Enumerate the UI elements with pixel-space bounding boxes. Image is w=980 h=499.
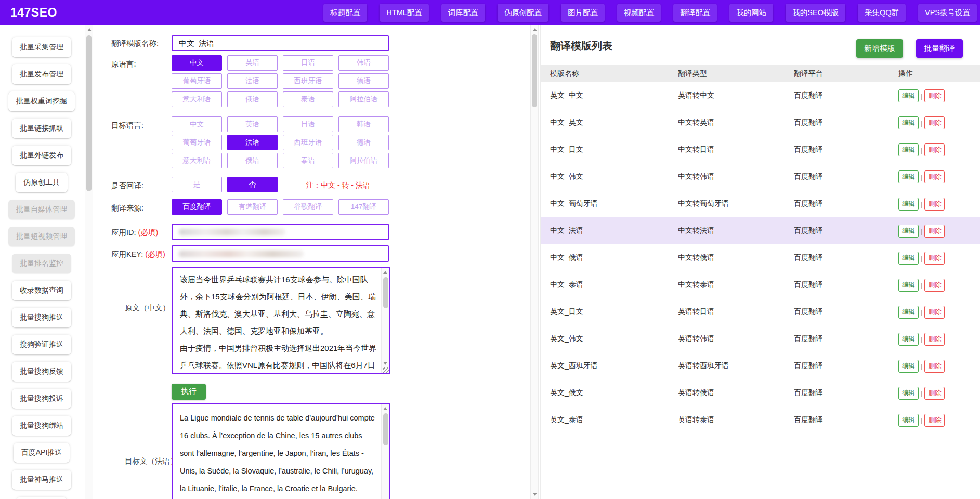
table-row[interactable]: 中文_英文 中文转英语 百度翻译 编辑 | 删除 xyxy=(541,109,980,136)
edit-button[interactable]: 编辑 xyxy=(898,387,919,400)
source-language-option[interactable]: 俄语 xyxy=(227,91,278,107)
target-language-option[interactable]: 日语 xyxy=(283,116,333,132)
sidebar-button[interactable]: 批量神马推送 xyxy=(12,470,71,490)
delete-button[interactable]: 删除 xyxy=(924,170,945,183)
delete-button[interactable]: 删除 xyxy=(924,252,945,265)
edit-button[interactable]: 编辑 xyxy=(898,333,919,346)
sidebar-button[interactable]: 批量搜狗投诉 xyxy=(12,389,71,409)
nav-item[interactable]: 伪原创配置 xyxy=(498,4,549,22)
template-name-input[interactable]: 中文_法语 xyxy=(172,35,389,51)
target-language-option[interactable]: 意大利语 xyxy=(172,153,222,168)
translate-source-option[interactable]: 147翻译 xyxy=(338,199,389,215)
table-row[interactable]: 英文_泰语 英语转泰语 百度翻译 编辑 | 删除 xyxy=(541,406,980,434)
nav-item[interactable]: 我的网站 xyxy=(729,4,773,22)
form-panel-scrollbar[interactable] xyxy=(530,25,539,499)
source-language-option[interactable]: 阿拉伯语 xyxy=(338,91,389,107)
nav-item[interactable]: 图片配置 xyxy=(561,4,605,22)
edit-button[interactable]: 编辑 xyxy=(898,116,919,129)
table-row[interactable]: 中文_韩文 中文转韩语 百度翻译 编辑 | 删除 xyxy=(541,163,980,190)
table-row[interactable]: 中文_法语 中文转法语 百度翻译 编辑 | 删除 xyxy=(541,217,980,244)
target-language-option[interactable]: 西班牙语 xyxy=(283,135,333,150)
sidebar-button[interactable]: 批量搜狗推送 xyxy=(12,308,71,327)
sidebar-button[interactable]: 批量采集管理 xyxy=(12,37,71,57)
scroll-down-icon[interactable] xyxy=(533,493,537,496)
edit-button[interactable]: 编辑 xyxy=(898,170,919,183)
nav-item[interactable]: 我的SEO模版 xyxy=(786,4,845,22)
delete-button[interactable]: 删除 xyxy=(924,360,945,373)
back-translate-option[interactable]: 是 xyxy=(172,177,222,192)
sidebar-button[interactable]: 百度API推送 xyxy=(14,443,70,463)
sidebar-button[interactable]: 收录数据查询 xyxy=(12,281,71,300)
sidebar-button[interactable]: 搜狗验证推送 xyxy=(12,335,71,354)
delete-button[interactable]: 删除 xyxy=(924,306,945,319)
edit-button[interactable]: 编辑 xyxy=(898,198,919,211)
form-scrollbar-thumb[interactable] xyxy=(532,34,537,107)
app-key-input[interactable] xyxy=(172,245,389,262)
sidebar-button[interactable]: 伪原创工具 xyxy=(16,173,68,192)
source-language-option[interactable]: 泰语 xyxy=(283,91,333,107)
scroll-up-icon[interactable] xyxy=(533,28,537,31)
nav-item[interactable]: 翻译配置 xyxy=(673,4,717,22)
sidebar-button[interactable]: 批量搜狗绑站 xyxy=(12,416,71,436)
target-language-option[interactable]: 泰语 xyxy=(283,153,333,168)
table-row[interactable]: 英文_日文 英语转日语 百度翻译 编辑 | 删除 xyxy=(541,298,980,325)
scroll-up-icon[interactable] xyxy=(383,271,387,274)
delete-button[interactable]: 删除 xyxy=(924,116,945,129)
source-language-option[interactable]: 意大利语 xyxy=(172,91,222,107)
edit-button[interactable]: 编辑 xyxy=(898,306,919,319)
target-language-option[interactable]: 韩语 xyxy=(338,116,389,132)
target-language-option[interactable]: 中文 xyxy=(172,116,222,132)
edit-button[interactable]: 编辑 xyxy=(898,279,919,292)
edit-button[interactable]: 编辑 xyxy=(898,225,919,238)
sidebar-button[interactable]: 批量发布管理 xyxy=(12,64,71,84)
source-language-option[interactable]: 日语 xyxy=(283,55,333,71)
target-language-option[interactable]: 英语 xyxy=(227,116,278,132)
original-text-scrollbar[interactable] xyxy=(381,268,389,373)
sidebar-button[interactable]: 批量链接抓取 xyxy=(12,119,71,138)
nav-item[interactable]: HTML配置 xyxy=(380,4,428,22)
delete-button[interactable]: 删除 xyxy=(924,387,945,400)
sidebar-button[interactable]: 批量外链发布 xyxy=(12,146,71,165)
sidebar-button[interactable]: 批量短视频管理 xyxy=(8,227,75,246)
source-language-option[interactable]: 韩语 xyxy=(338,55,389,71)
source-language-option[interactable]: 西班牙语 xyxy=(283,73,333,89)
table-row[interactable]: 英文_西班牙语 英语转西班牙语 百度翻译 编辑 | 删除 xyxy=(541,352,980,379)
delete-button[interactable]: 删除 xyxy=(924,198,945,211)
add-template-button[interactable]: 新增模版 xyxy=(856,39,903,58)
scroll-down-icon[interactable] xyxy=(383,362,387,365)
edit-button[interactable]: 编辑 xyxy=(898,414,919,427)
nav-item[interactable]: 标题配置 xyxy=(323,4,367,22)
original-scrollbar-thumb[interactable] xyxy=(383,277,388,308)
target-language-option[interactable]: 俄语 xyxy=(227,153,278,168)
source-language-option[interactable]: 德语 xyxy=(338,73,389,89)
sidebar-button[interactable]: 批量权重词挖掘 xyxy=(8,91,75,111)
target-language-option[interactable]: 阿拉伯语 xyxy=(338,153,389,168)
resize-grip-icon[interactable] xyxy=(383,367,389,373)
delete-button[interactable]: 删除 xyxy=(924,225,945,238)
translate-source-option[interactable]: 谷歌翻译 xyxy=(283,199,333,215)
sidebar-button[interactable]: 批量搜狗反馈 xyxy=(12,362,71,382)
target-language-option[interactable]: 德语 xyxy=(338,135,389,150)
nav-item[interactable]: 视频配置 xyxy=(617,4,661,22)
edit-button[interactable]: 编辑 xyxy=(898,143,919,156)
source-language-option[interactable]: 葡萄牙语 xyxy=(172,73,222,89)
result-text-area[interactable]: La Ligue mondiale de tennis de table d’a… xyxy=(172,403,390,499)
result-scrollbar-thumb[interactable] xyxy=(383,413,388,445)
translate-source-option[interactable]: 有道翻译 xyxy=(227,199,278,215)
nav-item[interactable]: 采集QQ群 xyxy=(858,4,906,22)
delete-button[interactable]: 删除 xyxy=(924,279,945,292)
delete-button[interactable]: 删除 xyxy=(924,414,945,427)
target-language-option[interactable]: 法语 xyxy=(227,135,278,150)
table-row[interactable]: 中文_日文 中文转日语 百度翻译 编辑 | 删除 xyxy=(541,136,980,163)
table-row[interactable]: 英文_韩文 英语转韩语 百度翻译 编辑 | 删除 xyxy=(541,325,980,352)
table-row[interactable]: 英文_中文 英语转中文 百度翻译 编辑 | 删除 xyxy=(541,82,980,109)
delete-button[interactable]: 删除 xyxy=(924,333,945,346)
sidebar-button[interactable] xyxy=(17,497,67,499)
scroll-up-icon[interactable] xyxy=(383,407,387,410)
result-text-scrollbar[interactable] xyxy=(381,404,389,499)
nav-item[interactable]: 词库配置 xyxy=(441,4,485,22)
target-language-option[interactable]: 葡萄牙语 xyxy=(172,135,222,150)
source-language-option[interactable]: 英语 xyxy=(227,55,278,71)
table-row[interactable]: 中文_葡萄牙语 中文转葡萄牙语 百度翻译 编辑 | 删除 xyxy=(541,190,980,217)
sidebar-scrollbar[interactable] xyxy=(85,25,93,499)
